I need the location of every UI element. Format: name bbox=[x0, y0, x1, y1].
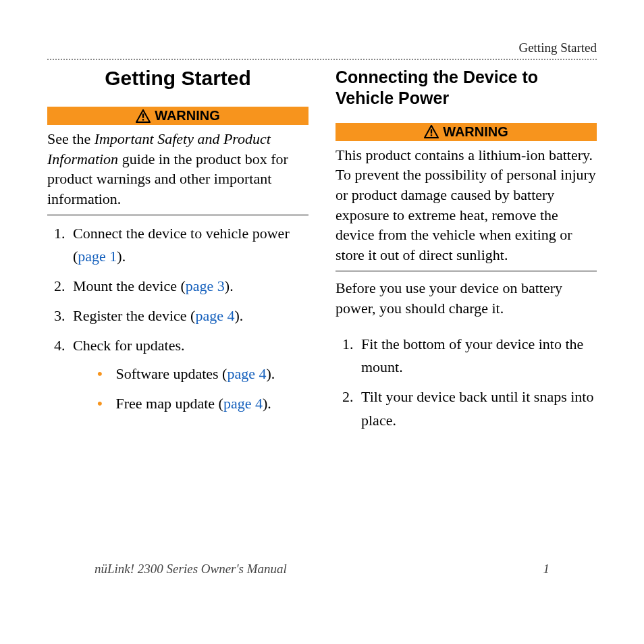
warning-banner-left: WARNING bbox=[47, 107, 308, 125]
content-columns: Getting Started WARNING See the Importan… bbox=[47, 67, 597, 439]
svg-rect-1 bbox=[142, 119, 144, 120]
page-link[interactable]: page 4 bbox=[227, 365, 266, 382]
list-item: Fit the bottom of your device into the m… bbox=[357, 333, 597, 379]
manual-title: nüLink! 2300 Series Owner's Manual bbox=[95, 562, 287, 576]
page-link[interactable]: page 3 bbox=[186, 277, 225, 294]
list-item: Free map update (page 4). bbox=[93, 392, 308, 415]
intro-paragraph: Before you use your device on battery po… bbox=[336, 271, 597, 327]
warning-label: WARNING bbox=[155, 108, 220, 124]
page-link[interactable]: page 4 bbox=[195, 307, 234, 324]
warning-triangle-icon bbox=[424, 125, 439, 138]
svg-rect-2 bbox=[431, 129, 432, 133]
svg-rect-0 bbox=[142, 113, 144, 117]
section-heading: Connecting the Device to Vehicle Power bbox=[336, 67, 597, 109]
list-item: Check for updates. Software updates (pag… bbox=[69, 334, 308, 415]
page-number: 1 bbox=[543, 562, 550, 576]
list-item: Mount the device (page 3). bbox=[69, 275, 308, 298]
warning-text-left: See the Important Safety and Product Inf… bbox=[47, 125, 308, 215]
sub-list: Software updates (page 4). Free map upda… bbox=[73, 357, 308, 415]
left-column: Getting Started WARNING See the Importan… bbox=[47, 67, 308, 439]
page-link[interactable]: page 1 bbox=[78, 248, 117, 265]
connect-steps: Fit the bottom of your device into the m… bbox=[336, 326, 597, 431]
page-link[interactable]: page 4 bbox=[223, 395, 263, 412]
header-divider bbox=[47, 59, 597, 60]
right-column: Connecting the Device to Vehicle Power W… bbox=[336, 67, 597, 439]
page-title: Getting Started bbox=[47, 67, 308, 90]
list-item: Connect the device to vehicle power (pag… bbox=[69, 222, 308, 268]
page-footer: nüLink! 2300 Series Owner's Manual 1 bbox=[95, 562, 549, 576]
warning-text-right: This product contains a lithium-ion batt… bbox=[336, 141, 597, 271]
warning-banner-right: WARNING bbox=[336, 123, 597, 141]
list-item: Register the device (page 4). bbox=[69, 304, 308, 327]
header-section-label: Getting Started bbox=[47, 41, 597, 59]
warning-label: WARNING bbox=[443, 124, 508, 140]
getting-started-steps: Connect the device to vehicle power (pag… bbox=[47, 215, 308, 416]
list-item: Tilt your device back until it snaps int… bbox=[357, 385, 597, 431]
list-item: Software updates (page 4). bbox=[93, 363, 308, 385]
warning-triangle-icon bbox=[136, 109, 151, 123]
svg-rect-3 bbox=[431, 134, 432, 136]
